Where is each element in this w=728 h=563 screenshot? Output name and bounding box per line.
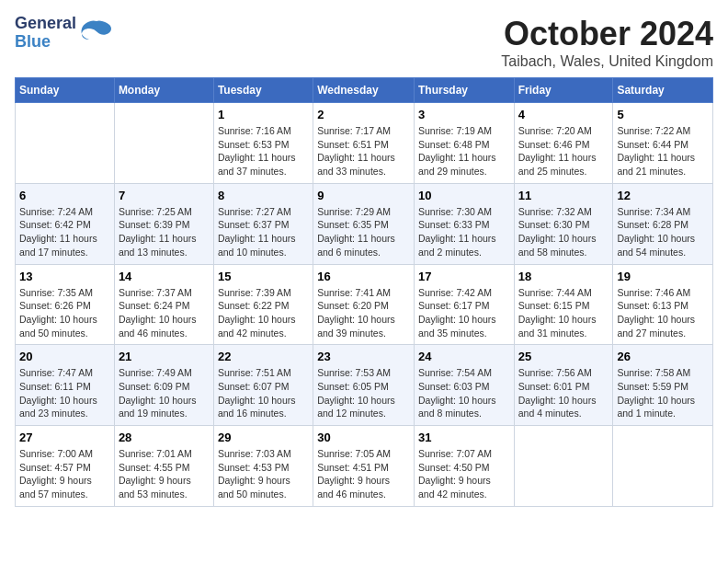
calendar-header: SundayMondayTuesdayWednesdayThursdayFrid… [16,78,713,103]
calendar-cell: 18Sunrise: 7:44 AMSunset: 6:15 PMDayligh… [514,264,613,345]
cell-info: and 29 minutes. [418,165,510,178]
cell-info: Sunset: 4:55 PM [119,461,210,475]
cell-info: Sunset: 4:57 PM [19,461,110,475]
day-number: 13 [19,270,110,283]
calendar-cell: 9Sunrise: 7:29 AMSunset: 6:35 PMDaylight… [313,183,415,264]
cell-info: Sunset: 6:48 PM [418,138,510,152]
cell-info: Sunrise: 7:42 AM [418,286,510,300]
calendar-cell [613,426,713,507]
cell-info: Sunrise: 7:20 AM [518,124,609,138]
cell-info: and 16 minutes. [218,407,309,420]
cell-info: Sunrise: 7:30 AM [418,205,510,219]
cell-info: Sunrise: 7:37 AM [119,286,210,300]
cell-info: Daylight: 11 hours [218,232,309,246]
cell-info: Sunset: 6:17 PM [418,299,510,313]
cell-info: Daylight: 10 hours [518,232,609,246]
day-number: 15 [218,270,309,283]
calendar-body: 1Sunrise: 7:16 AMSunset: 6:53 PMDaylight… [16,103,713,507]
logo-bird-icon [80,19,113,47]
cell-info: Daylight: 10 hours [218,394,309,408]
cell-info: Sunset: 6:11 PM [19,380,110,394]
cell-info: Sunrise: 7:05 AM [317,447,410,461]
calendar-cell: 26Sunrise: 7:58 AMSunset: 5:59 PMDayligh… [613,345,713,426]
calendar-cell [114,103,213,184]
calendar-cell: 16Sunrise: 7:41 AMSunset: 6:20 PMDayligh… [313,264,415,345]
cell-info: Sunrise: 7:54 AM [418,366,510,380]
cell-info: Sunset: 6:33 PM [418,218,510,232]
calendar-cell: 30Sunrise: 7:05 AMSunset: 4:51 PMDayligh… [313,426,415,507]
day-number: 22 [218,350,309,363]
cell-info: Sunset: 5:59 PM [617,380,709,394]
calendar-cell: 25Sunrise: 7:56 AMSunset: 6:01 PMDayligh… [514,345,613,426]
cell-info: and 8 minutes. [418,407,510,420]
calendar-cell: 8Sunrise: 7:27 AMSunset: 6:37 PMDaylight… [213,183,313,264]
cell-info: and 46 minutes. [119,327,210,340]
logo-text: General Blue [15,15,76,52]
cell-info: Sunrise: 7:27 AM [218,205,309,219]
cell-info: Sunset: 6:53 PM [218,138,309,152]
cell-info: Daylight: 10 hours [317,394,410,408]
calendar-cell: 22Sunrise: 7:51 AMSunset: 6:07 PMDayligh… [213,345,313,426]
calendar-cell: 17Sunrise: 7:42 AMSunset: 6:17 PMDayligh… [414,264,514,345]
day-number: 28 [119,431,210,444]
cell-info: Daylight: 10 hours [19,313,110,327]
cell-info: Sunrise: 7:46 AM [617,286,709,300]
cell-info: and 17 minutes. [19,246,110,259]
day-number: 17 [418,270,510,283]
cell-info: Sunset: 6:37 PM [218,218,309,232]
cell-info: and 23 minutes. [19,407,110,420]
cell-info: Sunset: 6:01 PM [518,380,609,394]
cell-info: Daylight: 10 hours [518,394,609,408]
weekday-header-monday: Monday [114,78,213,103]
day-number: 5 [617,108,709,121]
cell-info: Sunset: 4:51 PM [317,461,410,475]
cell-info: Daylight: 9 hours [119,474,210,488]
cell-info: and 33 minutes. [317,165,410,178]
day-number: 2 [317,108,410,121]
cell-info: Daylight: 9 hours [317,474,410,488]
cell-info: Sunset: 4:50 PM [418,461,510,475]
calendar-cell: 12Sunrise: 7:34 AMSunset: 6:28 PMDayligh… [613,183,713,264]
weekday-header-sunday: Sunday [16,78,115,103]
cell-info: and 46 minutes. [317,488,410,501]
cell-info: Sunrise: 7:35 AM [19,286,110,300]
calendar-cell [514,426,613,507]
cell-info: and 42 minutes. [218,327,309,340]
day-number: 11 [518,189,609,202]
cell-info: Daylight: 10 hours [218,313,309,327]
cell-info: Sunset: 6:13 PM [617,299,709,313]
day-number: 1 [218,108,309,121]
month-title: October 2024 [501,15,713,53]
cell-info: Sunrise: 7:00 AM [19,447,110,461]
cell-info: Sunset: 6:35 PM [317,218,410,232]
day-number: 16 [317,270,410,283]
day-number: 19 [617,270,709,283]
weekday-header-wednesday: Wednesday [313,78,415,103]
weekday-header-friday: Friday [514,78,613,103]
cell-info: and 50 minutes. [19,327,110,340]
day-number: 3 [418,108,510,121]
cell-info: Sunset: 6:07 PM [218,380,309,394]
cell-info: Sunrise: 7:51 AM [218,366,309,380]
title-block: October 2024 Taibach, Wales, United King… [501,15,713,70]
day-number: 18 [518,270,609,283]
cell-info: Sunset: 6:30 PM [518,218,609,232]
day-number: 6 [19,189,110,202]
calendar-week-3: 13Sunrise: 7:35 AMSunset: 6:26 PMDayligh… [16,264,713,345]
weekday-header-row: SundayMondayTuesdayWednesdayThursdayFrid… [16,78,713,103]
cell-info: Daylight: 10 hours [418,394,510,408]
cell-info: and 10 minutes. [218,246,309,259]
page-header: General Blue October 2024 Taibach, Wales… [15,15,713,70]
calendar-cell: 24Sunrise: 7:54 AMSunset: 6:03 PMDayligh… [414,345,514,426]
day-number: 23 [317,350,410,363]
weekday-header-thursday: Thursday [414,78,514,103]
calendar-cell: 15Sunrise: 7:39 AMSunset: 6:22 PMDayligh… [213,264,313,345]
cell-info: and 6 minutes. [317,246,410,259]
cell-info: Daylight: 11 hours [19,232,110,246]
day-number: 25 [518,350,609,363]
day-number: 26 [617,350,709,363]
cell-info: and 57 minutes. [19,488,110,501]
cell-info: and 25 minutes. [518,165,609,178]
day-number: 4 [518,108,609,121]
day-number: 7 [119,189,210,202]
